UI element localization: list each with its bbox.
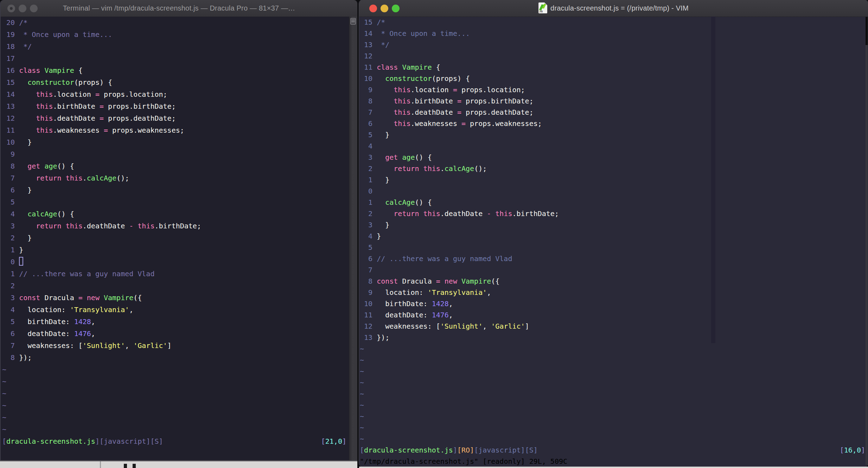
terminal-window-title: Terminal — vim /tmp/dracula-screenshot.j… (1, 0, 357, 17)
code-line: 3const Dracula = new Vampire({ (2, 292, 346, 304)
tilde-line: ~ (360, 422, 865, 433)
terminal-scrollbar[interactable] (349, 17, 357, 460)
code-line: 14 this.location = props.location; (2, 88, 346, 100)
background-glyph (124, 464, 127, 468)
tilde-line: ~ (2, 399, 346, 411)
tilde-line: ~ (360, 388, 865, 399)
code-line: 11 this.weaknesses = props.weaknesses; (2, 124, 346, 136)
tilde-line: ~ (360, 366, 865, 377)
code-line: 14 * Once upon a time... (360, 28, 865, 39)
code-line: 8 get age() { (2, 160, 346, 172)
tilde-line: ~ (360, 399, 865, 411)
vim-statusline: [dracula-screenshot.js][RO][javascript][… (360, 444, 865, 456)
code-line: 8const Dracula = new Vampire({ (360, 276, 865, 287)
code-line: 1// ...there was a guy named Vlad (2, 268, 346, 280)
tilde-line: ~ (2, 411, 346, 423)
code-line: 10 birthDate: 1428, (360, 298, 865, 309)
background-window-strip (0, 460, 357, 468)
tilde-line: ~ (360, 343, 865, 354)
code-line: 7 weaknesses: ['Sunlight', 'Garlic'] (2, 340, 346, 352)
code-line: 6 } (2, 184, 346, 196)
code-line: 9 location: 'Transylvania', (360, 287, 865, 298)
background-divider (100, 461, 101, 468)
code-line: 6// ...there was a guy named Vlad (360, 253, 865, 264)
code-line: 11class Vampire { (360, 62, 865, 73)
code-line: 3 return this.deathDate - this.birthDate… (2, 220, 346, 232)
vim-cursor (19, 257, 23, 266)
code-line: 7 return this.calcAge(); (2, 172, 346, 184)
code-line: 12 weaknesses: ['Sunlight', 'Garlic'] (360, 321, 865, 332)
code-line: 7 (360, 264, 865, 276)
code-line: 5 } (360, 129, 865, 140)
background-window-strip (359, 467, 868, 468)
tilde-line: ~ (360, 433, 865, 444)
split-pane-icon[interactable] (350, 18, 356, 25)
code-line: 0 (360, 185, 865, 197)
vim-scrollbar-track[interactable] (866, 17, 868, 465)
code-line: 10 } (2, 136, 346, 148)
tilde-line: ~ (2, 363, 346, 375)
code-line: 5 birthDate: 1428, (2, 316, 346, 328)
code-line: 18 */ (2, 40, 346, 52)
code-line: 20/* (2, 17, 346, 29)
code-line: 3 get age() { (360, 152, 865, 163)
buffer: 15/*14 * Once upon a time...13 */1211cla… (360, 17, 865, 444)
code-line: 2 return this.calcAge(); (360, 163, 865, 174)
desktop: Terminal — vim /tmp/dracula-screenshot.j… (0, 0, 868, 468)
code-line: 2 (2, 280, 346, 292)
code-line: 11 deathDate: 1476, (360, 309, 865, 321)
code-line: 8 this.birthDate = props.birthDate; (360, 95, 865, 107)
vim-command-line: "/tmp/dracula-screenshot.js" [readonly] … (360, 456, 865, 467)
vim-buffer-left[interactable]: 20/*19 * Once upon a time...18 */1716cla… (1, 17, 349, 460)
tilde-line: ~ (360, 377, 865, 388)
js-document-icon: JS (538, 2, 547, 13)
tilde-line: ~ (2, 423, 346, 435)
code-line: 16class Vampire { (2, 64, 346, 76)
code-line: 3 } (360, 219, 865, 230)
tilde-line: ~ (360, 411, 865, 422)
code-line: 1 calcAge() { (360, 197, 865, 208)
code-line: 9 this.location = props.location; (360, 84, 865, 95)
code-line: 15 constructor(props) { (2, 76, 346, 88)
vim-window[interactable]: JS dracula-screenshot.js = (/private/tmp… (359, 0, 868, 467)
terminal-titlebar[interactable]: Terminal — vim /tmp/dracula-screenshot.j… (1, 0, 357, 17)
code-line: 2 return this.deathDate - this.birthDate… (360, 208, 865, 219)
code-line: 5 (2, 196, 346, 208)
code-line: 13}); (360, 332, 865, 343)
code-line: 0 (2, 256, 346, 268)
code-line: 12 this.deathDate = props.deathDate; (2, 112, 346, 124)
vim-titlebar[interactable]: JS dracula-screenshot.js = (/private/tmp… (359, 0, 868, 17)
code-line: 4 (360, 140, 865, 152)
code-line: 10 constructor(props) { (360, 73, 865, 84)
code-line: 6 this.weaknesses = props.weaknesses; (360, 118, 865, 129)
code-line: 13 */ (360, 39, 865, 50)
code-line: 12 (360, 50, 865, 62)
code-line: 4} (360, 230, 865, 242)
vim-scrollbar-thumb[interactable] (866, 17, 868, 45)
terminal-window[interactable]: Terminal — vim /tmp/dracula-screenshot.j… (0, 0, 357, 460)
code-line: 4 calcAge() { (2, 208, 346, 220)
code-line: 8}); (2, 352, 346, 363)
vim-statusline: [dracula-screenshot.js][javascript][S][2… (2, 435, 346, 447)
code-line: 19 * Once upon a time... (2, 29, 346, 40)
vim-window-title: dracula-screenshot.js = (/private/tmp) -… (550, 4, 689, 12)
code-line: 1} (2, 244, 346, 256)
code-line: 9 (2, 148, 346, 160)
tilde-line: ~ (2, 387, 346, 399)
code-line: 6 deathDate: 1476, (2, 328, 346, 340)
code-line: 7 this.deathDate = props.deathDate; (360, 107, 865, 118)
vim-buffer-right[interactable]: 15/*14 * Once upon a time...13 */1211cla… (359, 17, 865, 467)
tilde-line: ~ (2, 375, 346, 387)
statusline-right-cluster: [16,0] (840, 444, 865, 456)
code-line: 5 (360, 242, 865, 253)
code-line: 15/* (360, 17, 865, 28)
code-line: 1 } (360, 174, 865, 185)
code-line: 2 } (2, 232, 346, 244)
background-glyph (133, 464, 136, 468)
tilde-line: ~ (360, 354, 865, 366)
statusline-left-cluster: [dracula-screenshot.js][javascript][S] (2, 435, 163, 447)
statusline-left-cluster: [dracula-screenshot.js][RO][javascript][… (360, 444, 538, 456)
code-line: 13 this.birthDate = props.birthDate; (2, 100, 346, 112)
code-line: 17 (2, 52, 346, 64)
statusline-right-cluster: [21,0] (321, 435, 346, 447)
